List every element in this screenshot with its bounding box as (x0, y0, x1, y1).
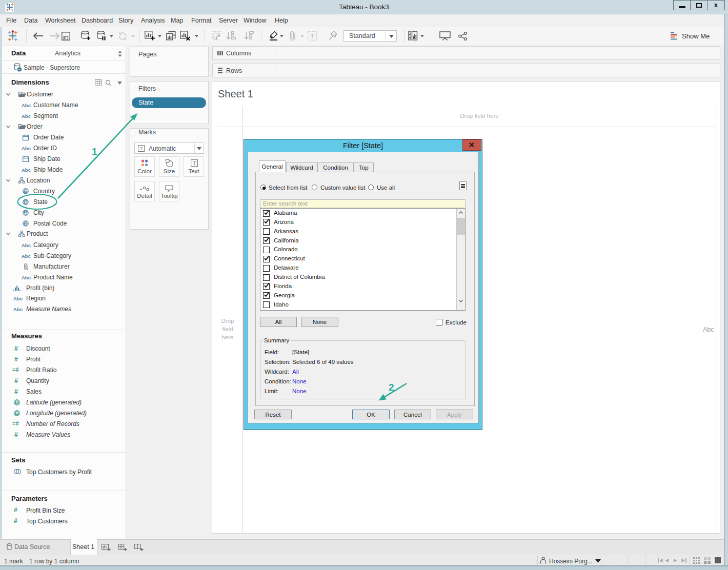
svg-text:T: T (311, 33, 314, 39)
svg-text:T: T (140, 146, 143, 151)
svg-text:T: T (193, 160, 196, 166)
